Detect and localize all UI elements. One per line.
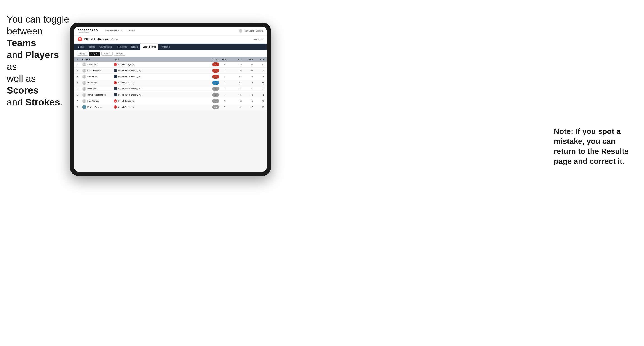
clippd-logo: C [78,37,82,41]
user-name: Test User | [244,30,254,32]
rd3-cell: -1 [253,75,264,78]
sub-tab-players[interactable]: Players [89,52,100,56]
rd3-cell: +2 [253,106,264,108]
tab-teams[interactable]: Teams [87,43,97,50]
total-badge: -8 [212,62,219,66]
sub-tab-strokes[interactable]: Strokes [114,52,126,56]
player-name: Rich Butler [87,75,97,78]
tab-printables[interactable]: Printables [158,43,172,50]
total-badge: -4 [212,68,219,73]
tab-details[interactable]: Details [76,43,87,50]
logo-title: SCOREBOARD [78,29,98,31]
rd2-cell: +5 [242,69,253,72]
tournament-name: Clippd Invitational [84,38,110,41]
player-cell: Rich Butler [82,75,114,79]
total-cell: -2 [203,75,219,79]
thru-cell: F [219,94,230,96]
tab-tee-groups[interactable]: Tee Groups [114,43,129,50]
total-cell: +11 [203,105,219,109]
scoreboard-logo: SCOREBOARD Powered by clippd [78,29,98,33]
team-name: Scoreboard University [A] [118,88,141,90]
team-cell: C Clippd College [A] [114,99,203,103]
team-cell: C Clippd College [A] [114,81,203,84]
col-num: # [77,58,82,60]
ipad-frame: SCOREBOARD Powered by clippd TOURNAMENTS… [70,22,271,176]
row-number: 1 [77,63,82,66]
nav-item-tournaments[interactable]: TOURNAMENTS [102,27,124,35]
rd2-cell: +2 [242,94,253,96]
close-icon: ✕ [262,38,263,40]
sub-tab-teams[interactable]: Teams [77,52,88,56]
row-number: 3 [77,75,82,78]
team-cell: S Scoreboard University [A] [114,75,203,78]
svg-point-14 [83,89,86,91]
total-cell: +8 [203,99,219,103]
team-cell: S Scoreboard University [A] [114,93,203,96]
team-name: Clippd College [A] [118,106,134,108]
thru-cell: F [219,106,230,108]
table-row[interactable]: 7 Blair McHarg C Clippd College [A] +8 F… [74,98,267,104]
team-cell: C Clippd College [A] [114,106,203,109]
nav-items: TOURNAMENTS TEAMS [102,27,239,35]
total-badge: +8 [212,99,219,103]
total-cell: +6 [203,93,219,97]
row-number: 7 [77,100,82,102]
sub-tab-scores[interactable]: Scores [101,52,113,56]
rd3-cell: -1 [253,94,264,96]
svg-point-17 [84,94,85,95]
row-number: 5 [77,88,82,90]
team-logo-sq: S [114,75,117,78]
thru-cell: F [219,69,230,72]
cancel-button[interactable]: Cancel ✕ [254,38,263,40]
table-row[interactable]: 1 Elliot Ebert C Clippd College [A] -8 F… [74,62,267,68]
svg-text:S: S [114,88,115,90]
player-cell: Cameron Robertson [82,93,114,97]
cancel-label: Cancel [254,38,260,40]
total-cell: E [203,81,219,85]
row-number: 6 [77,94,82,96]
rd1-cell: +3 [230,63,242,66]
player-name: David Ford [87,82,97,84]
total-badge: -2 [212,75,219,79]
tab-results[interactable]: Results [129,43,140,50]
table-row[interactable]: 5 Rees Britt S Scoreboard University [A]… [74,86,267,92]
svg-point-7 [84,75,85,77]
team-name: Clippd College [A] [118,63,134,66]
table-row[interactable]: 4 David Ford C Clippd College [A] E F +1… [74,80,267,86]
table-row[interactable]: 2 Chris Robertson S Scoreboard Universit… [74,68,267,74]
rd2-cell: +1 [242,100,253,102]
team-cell: S Scoreboard University [A] [114,69,203,72]
tab-course-setup[interactable]: Course Setup [97,43,114,50]
total-badge: +1 [212,87,219,91]
rd1-cell: -5 [230,69,242,72]
team-logo-c: C [114,81,117,84]
logo-subtitle: Powered by clippd [78,31,98,33]
sign-out-link[interactable]: Sign out [256,30,263,32]
right-annotation: Note: If you spot a mistake, you can ret… [554,126,630,166]
team-cell: S Scoreboard University [A] [114,87,203,90]
table-header: # PLAYER TEAM TOTAL THRU RD1 RD2 RD3 [74,57,267,62]
player-avatar [82,75,86,79]
col-player: PLAYER [82,58,114,60]
thru-cell: F [219,82,230,84]
tab-leaderboards[interactable]: Leaderboards [140,43,158,50]
row-number: 4 [77,82,82,84]
player-name: Blair McHarg [87,100,99,102]
table-row[interactable]: 8 Marcus Turners C Clippd College [A] +1… [74,104,267,110]
svg-point-21 [84,100,85,101]
team-cell: C Clippd College [A] [114,63,203,66]
svg-text:S: S [114,76,115,78]
top-nav: SCOREBOARD Powered by clippd TOURNAMENTS… [74,27,267,35]
table-row[interactable]: 3 Rich Butler S Scoreboard University [A… [74,74,267,80]
team-logo-sq: S [114,93,117,96]
rd3-cell: -4 [253,69,264,72]
tournament-header: C Clippd Invitational (Men) Cancel ✕ [74,35,267,43]
team-name: Scoreboard University [A] [118,94,141,96]
col-total: TOTAL [203,58,219,60]
player-name: Chris Robertson [87,69,102,72]
col-rd3: RD3 [253,58,264,60]
total-cell: -4 [203,68,219,73]
nav-item-teams[interactable]: TEAMS [125,27,138,35]
table-row[interactable]: 6 Cameron Robertson S Scoreboard Univers… [74,92,267,98]
svg-point-11 [84,81,85,83]
